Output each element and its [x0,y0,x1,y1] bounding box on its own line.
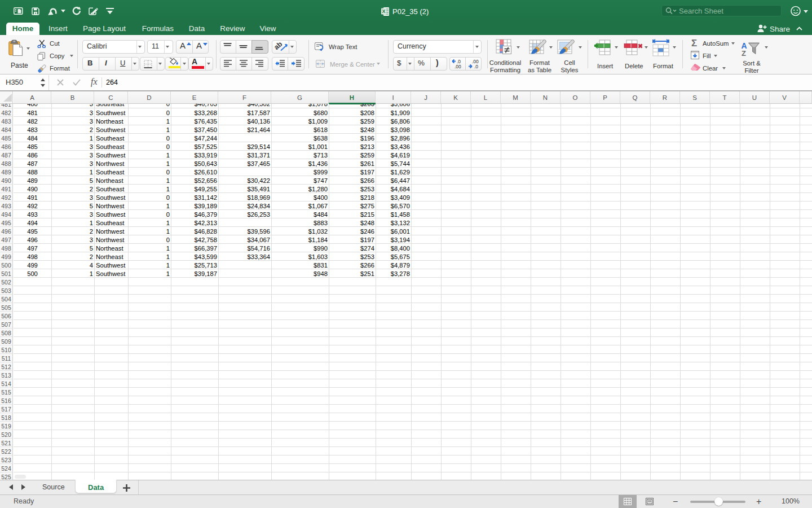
svg-text:Z: Z [742,49,746,58]
svg-text:X: X [382,8,385,14]
svg-text:.00: .00 [454,64,461,69]
svg-text:.0: .0 [474,64,478,69]
